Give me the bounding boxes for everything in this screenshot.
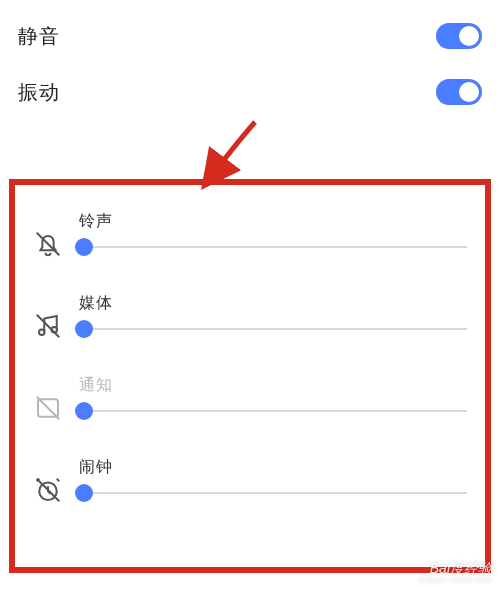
watermark-sub: jingyan.baidu.com (419, 576, 492, 585)
note-mute-icon (33, 311, 63, 341)
mute-row: 静音 (18, 8, 482, 64)
highlight-box: 铃声 媒体 (9, 179, 491, 573)
ringtone-slider[interactable] (79, 246, 467, 248)
notify-slider-thumb[interactable] (75, 402, 93, 420)
notify-label: 通知 (79, 375, 467, 396)
alarm-label: 闹钟 (79, 457, 467, 478)
svg-point-1 (39, 330, 45, 336)
media-row: 媒体 (33, 279, 467, 361)
alarm-slider-thumb[interactable] (75, 484, 93, 502)
media-slider[interactable] (79, 328, 467, 330)
mute-label: 静音 (18, 23, 60, 50)
mute-switch[interactable] (436, 23, 482, 49)
alarm-row: 闹钟 (33, 443, 467, 525)
media-label: 媒体 (79, 293, 467, 314)
vibrate-row: 振动 (18, 64, 482, 120)
ringtone-slider-thumb[interactable] (75, 238, 93, 256)
ringtone-label: 铃声 (79, 211, 467, 232)
notify-mute-icon (33, 393, 63, 423)
ringtone-row: 铃声 (33, 197, 467, 279)
notify-slider[interactable] (79, 410, 467, 412)
toggle-section: 静音 振动 (0, 0, 500, 124)
notify-row: 通知 (33, 361, 467, 443)
media-slider-thumb[interactable] (75, 320, 93, 338)
alarm-mute-icon (33, 475, 63, 505)
alarm-slider[interactable] (79, 492, 467, 494)
slider-list: 铃声 媒体 (33, 197, 467, 525)
vibrate-label: 振动 (18, 79, 60, 106)
bell-mute-icon (33, 229, 63, 259)
vibrate-switch[interactable] (436, 79, 482, 105)
